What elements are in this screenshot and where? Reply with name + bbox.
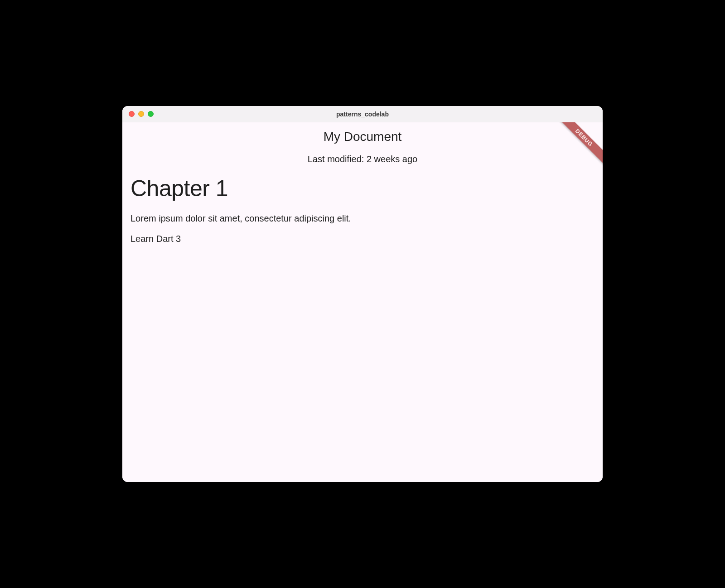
app-body: DEBUG My Document Last modified: 2 weeks…: [122, 122, 603, 482]
window-zoom-button[interactable]: [148, 111, 154, 117]
traffic-lights: [129, 111, 154, 117]
paragraph: Learn Dart 3: [130, 234, 594, 244]
window-minimize-button[interactable]: [138, 111, 144, 117]
app-window: patterns_codelab DEBUG My Document Last …: [122, 106, 603, 482]
document-header: My Document: [122, 122, 603, 144]
chapter-heading: Chapter 1: [130, 175, 594, 202]
paragraph: Lorem ipsum dolor sit amet, consectetur …: [130, 213, 594, 224]
window-close-button[interactable]: [129, 111, 135, 117]
document-content: Chapter 1 Lorem ipsum dolor sit amet, co…: [122, 164, 603, 244]
document-title: My Document: [122, 130, 603, 144]
titlebar: patterns_codelab: [122, 106, 603, 122]
last-modified-label: Last modified: 2 weeks ago: [122, 154, 603, 164]
window-title: patterns_codelab: [122, 111, 603, 118]
